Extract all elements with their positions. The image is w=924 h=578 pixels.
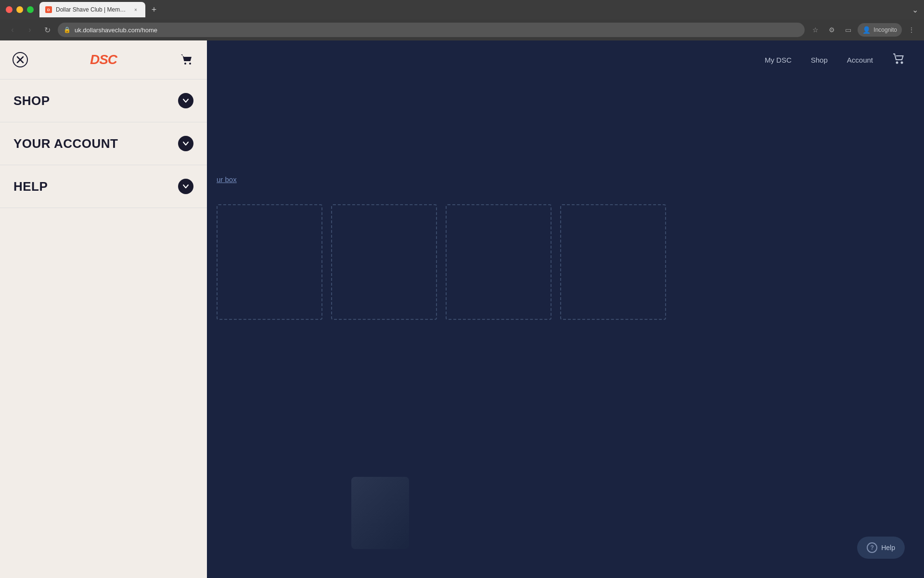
forward-button[interactable]: › bbox=[23, 23, 37, 37]
your-account-chevron-icon bbox=[178, 136, 193, 151]
cast-button[interactable]: ▭ bbox=[841, 23, 855, 37]
address-bar[interactable]: 🔒 uk.dollarshaveclub.com/home bbox=[58, 23, 805, 37]
tab-close-button[interactable]: × bbox=[132, 6, 140, 13]
product-card-3[interactable] bbox=[446, 204, 552, 320]
minimize-traffic-light[interactable] bbox=[16, 6, 23, 13]
active-tab[interactable]: D Dollar Shave Club | Member H... × bbox=[39, 2, 145, 17]
product-card-2[interactable] bbox=[331, 204, 437, 320]
sidebar-item-help[interactable]: HELP bbox=[0, 165, 207, 208]
svg-point-3 bbox=[184, 63, 186, 65]
back-button[interactable]: ‹ bbox=[6, 23, 19, 37]
cart-icon bbox=[180, 53, 193, 66]
svg-point-6 bbox=[901, 62, 903, 63]
bookmark-button[interactable]: ☆ bbox=[808, 23, 822, 37]
edit-box-link[interactable]: ur box bbox=[217, 175, 237, 184]
new-tab-button[interactable]: + bbox=[147, 3, 161, 16]
extensions-button[interactable]: ⚙ bbox=[825, 23, 838, 37]
sidebar-item-shop-label: SHOP bbox=[13, 93, 50, 108]
nav-my-dsc[interactable]: My DSC bbox=[765, 56, 792, 64]
svg-point-4 bbox=[189, 63, 191, 65]
close-menu-button[interactable] bbox=[12, 51, 29, 68]
close-icon bbox=[13, 52, 28, 67]
browser-tabs: D Dollar Shave Club | Member H... × + ⌄ bbox=[39, 2, 918, 17]
sidebar-header: DSC bbox=[0, 40, 207, 79]
sidebar-item-your-account-label: YOUR ACCOUNT bbox=[13, 136, 118, 151]
refresh-button[interactable]: ↻ bbox=[40, 23, 54, 37]
shop-chevron-icon bbox=[178, 93, 193, 108]
browser-toolbar: ‹ › ↻ 🔒 uk.dollarshaveclub.com/home ☆ ⚙ … bbox=[0, 19, 924, 40]
help-button-label: Help bbox=[881, 544, 895, 552]
traffic-lights bbox=[6, 6, 34, 13]
close-traffic-light[interactable] bbox=[6, 6, 13, 13]
desktop-header-nav: My DSC Shop Account bbox=[207, 40, 924, 79]
nav-shop[interactable]: Shop bbox=[811, 56, 828, 64]
svg-point-5 bbox=[897, 62, 898, 63]
mobile-menu-sidebar: DSC SHOP bbox=[0, 40, 207, 578]
product-card-1[interactable] bbox=[217, 204, 322, 320]
help-chat-button[interactable]: ? Help bbox=[857, 537, 905, 559]
sidebar-menu: SHOP YOUR ACCOUNT bbox=[0, 79, 207, 578]
sidebar-item-your-account[interactable]: YOUR ACCOUNT bbox=[0, 122, 207, 165]
sidebar-item-shop[interactable]: SHOP bbox=[0, 79, 207, 122]
edit-box-link-text: ur box bbox=[217, 175, 237, 184]
tab-title: Dollar Shave Club | Member H... bbox=[56, 6, 128, 13]
help-chevron-icon bbox=[178, 179, 193, 194]
lock-icon: 🔒 bbox=[64, 26, 71, 33]
incognito-badge: 👤 Incognito bbox=[858, 23, 902, 37]
product-cards-row bbox=[217, 204, 924, 320]
chevron-down-icon bbox=[182, 97, 190, 105]
product-preview-image bbox=[351, 477, 409, 549]
nav-account[interactable]: Account bbox=[847, 56, 873, 64]
tab-overflow-button[interactable]: ⌄ bbox=[912, 5, 918, 14]
toolbar-actions: ☆ ⚙ ▭ 👤 Incognito ⋮ bbox=[808, 23, 918, 37]
sidebar-item-help-label: HELP bbox=[13, 179, 48, 194]
incognito-icon: 👤 bbox=[862, 26, 871, 34]
incognito-label: Incognito bbox=[873, 26, 897, 33]
main-content-area: My DSC Shop Account ur box bbox=[207, 40, 924, 578]
sidebar-divider-3 bbox=[0, 208, 207, 208]
desktop-cart-icon bbox=[892, 53, 905, 65]
page-content: DSC SHOP bbox=[0, 40, 924, 578]
address-text: uk.dollarshaveclub.com/home bbox=[75, 26, 799, 34]
help-icon: ? bbox=[867, 542, 877, 553]
dsc-logo: DSC bbox=[90, 53, 117, 66]
desktop-cart-button[interactable] bbox=[892, 53, 905, 67]
maximize-traffic-light[interactable] bbox=[27, 6, 34, 13]
browser-chrome: D Dollar Shave Club | Member H... × + ⌄ … bbox=[0, 0, 924, 40]
chevron-down-icon-3 bbox=[182, 183, 190, 190]
dsc-logo-text: DSC bbox=[90, 53, 117, 66]
more-menu-button[interactable]: ⋮ bbox=[905, 23, 918, 37]
tab-favicon: D bbox=[45, 6, 52, 13]
product-card-4[interactable] bbox=[560, 204, 666, 320]
chevron-down-icon-2 bbox=[182, 140, 190, 147]
cart-button[interactable] bbox=[178, 51, 195, 68]
browser-titlebar: D Dollar Shave Club | Member H... × + ⌄ bbox=[0, 0, 924, 19]
